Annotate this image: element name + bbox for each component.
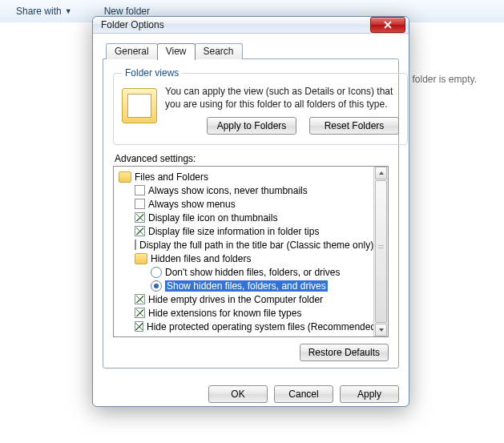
tree-label: Hide extensions for known file types: [148, 308, 301, 319]
checkbox-icon: [135, 308, 145, 318]
chevron-down-icon: ▼: [65, 7, 72, 15]
titlebar: Folder Options: [93, 17, 409, 34]
checkbox-icon: [135, 199, 145, 209]
close-button[interactable]: [370, 17, 405, 33]
share-with-label: Share with: [16, 6, 62, 17]
checkbox-icon: [135, 321, 143, 332]
advanced-settings-label: Advanced settings:: [115, 153, 389, 164]
tree-label: Hide empty drives in the Computer folder: [148, 294, 323, 305]
tab-search[interactable]: Search: [195, 43, 243, 59]
close-icon: [384, 21, 392, 29]
tree-label: Hidden files and folders: [151, 253, 251, 264]
folder-preview-icon: [122, 88, 157, 123]
opt-hide-empty-drives[interactable]: Hide empty drives in the Computer folder: [115, 292, 372, 306]
checkbox-icon: [135, 294, 145, 304]
tab-general[interactable]: General: [106, 43, 158, 59]
opt-display-file-size[interactable]: Display file size information in folder …: [115, 224, 372, 238]
radio-show-hidden[interactable]: Show hidden files, folders, and drives: [115, 279, 372, 292]
tree-scrollbar[interactable]: [373, 167, 388, 336]
tab-view[interactable]: View: [157, 43, 196, 60]
tabstrip: General View Search: [106, 42, 399, 59]
tree-label: Always show icons, never thumbnails: [148, 185, 308, 196]
dialog-client: General View Search Folder views You can…: [93, 34, 409, 377]
opt-display-file-icon[interactable]: Display file icon on thumbnails: [115, 211, 372, 224]
ok-button[interactable]: OK: [208, 385, 268, 403]
tree-label: Show hidden files, folders, and drives: [165, 280, 328, 292]
tree-label: Display the full path in the title bar (…: [139, 240, 373, 251]
new-folder-button[interactable]: New folder: [104, 6, 150, 17]
tree-label: Don't show hidden files, folders, or dri…: [165, 267, 340, 278]
folder-icon: [135, 253, 147, 264]
empty-folder-text: s folder is empty.: [405, 74, 477, 85]
checkbox-icon: [135, 226, 145, 236]
group-hidden-files[interactable]: Hidden files and folders: [115, 252, 372, 265]
opt-hide-protected-os-files[interactable]: Hide protected operating system files (R…: [115, 320, 372, 333]
tree-label: Files and Folders: [135, 171, 208, 183]
folder-views-group: Folder views You can apply the view (suc…: [113, 67, 408, 145]
restore-defaults-button[interactable]: Restore Defaults: [300, 344, 389, 361]
radio-icon: [151, 280, 162, 292]
share-with-menu[interactable]: Share with ▼: [16, 6, 72, 17]
opt-display-full-path[interactable]: Display the full path in the title bar (…: [115, 238, 372, 252]
tree-label: Display file icon on thumbnails: [148, 212, 277, 224]
opt-hide-extensions[interactable]: Hide extensions for known file types: [115, 306, 372, 320]
advanced-settings-tree: Files and Folders Always show icons, nev…: [113, 166, 389, 337]
radio-icon: [151, 267, 162, 278]
scroll-thumb[interactable]: [375, 180, 387, 323]
scroll-down-icon[interactable]: [375, 324, 387, 336]
tab-view-panel: Folder views You can apply the view (suc…: [103, 58, 399, 368]
dialog-title: Folder Options: [101, 19, 164, 30]
reset-folders-button[interactable]: Reset Folders: [309, 117, 399, 135]
apply-button[interactable]: Apply: [340, 385, 399, 403]
tree-label: Display file size information in folder …: [148, 226, 319, 237]
tree-viewport[interactable]: Files and Folders Always show icons, nev…: [114, 167, 373, 336]
folder-icon: [119, 171, 131, 183]
opt-always-show-icons[interactable]: Always show icons, never thumbnails: [115, 183, 372, 197]
tree-root-files-folders[interactable]: Files and Folders: [115, 170, 372, 183]
opt-always-show-menus[interactable]: Always show menus: [115, 197, 372, 211]
cancel-button[interactable]: Cancel: [274, 385, 333, 403]
checkbox-icon: [135, 240, 136, 250]
radio-dont-show-hidden[interactable]: Don't show hidden files, folders, or dri…: [115, 265, 372, 279]
dialog-footer: OK Cancel Apply: [93, 377, 409, 413]
folder-views-desc: You can apply the view (such as Details …: [165, 85, 399, 111]
checkbox-icon: [135, 212, 145, 223]
folder-options-dialog: Folder Options General View Search Folde…: [92, 16, 409, 407]
tree-label: Always show menus: [148, 199, 236, 210]
apply-to-folders-button[interactable]: Apply to Folders: [207, 117, 296, 135]
tree-label: Hide protected operating system files (R…: [147, 321, 373, 332]
checkbox-icon: [135, 185, 145, 195]
folder-views-legend: Folder views: [122, 67, 182, 79]
scroll-up-icon[interactable]: [375, 167, 387, 179]
